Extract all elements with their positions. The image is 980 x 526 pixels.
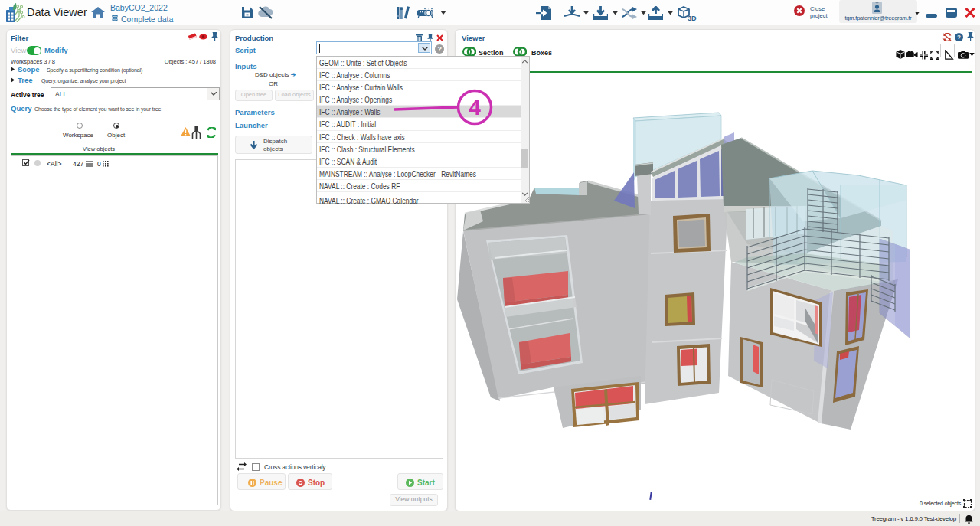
svg-text:3D: 3D: [688, 15, 697, 21]
svg-text:4: 4: [469, 96, 481, 119]
